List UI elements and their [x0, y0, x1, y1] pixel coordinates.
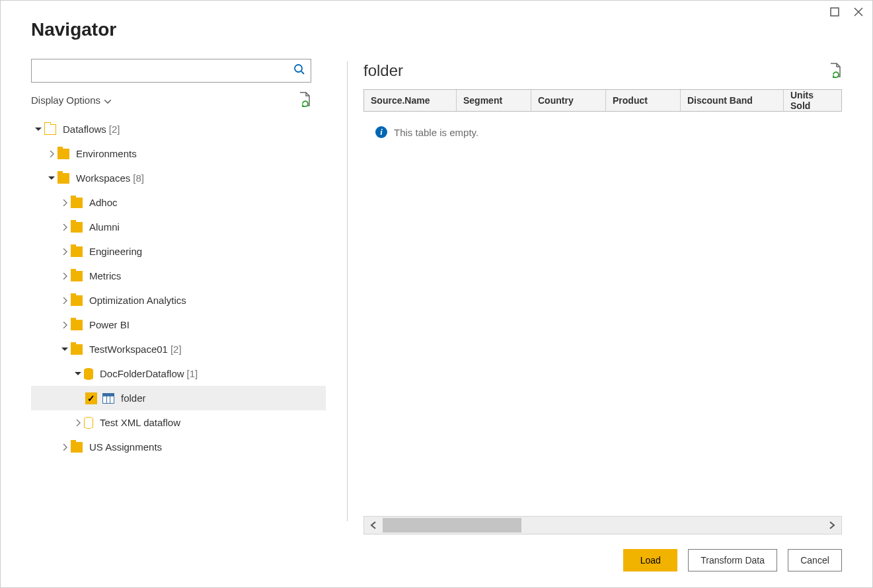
column-header[interactable]: Product: [606, 90, 681, 111]
tree-node-label: Adhoc: [89, 197, 118, 208]
scroll-track[interactable]: [383, 517, 823, 534]
tree-node-label: DocFolderDataflow: [100, 368, 184, 379]
folder-icon: [44, 124, 56, 135]
folder-icon: [57, 149, 69, 159]
expand-toggle-icon[interactable]: [72, 368, 84, 380]
pane-divider: [347, 61, 348, 521]
column-header[interactable]: Segment: [457, 90, 531, 111]
expand-toggle-icon[interactable]: [59, 344, 71, 355]
folder-icon: [71, 320, 83, 330]
expand-toggle-icon[interactable]: [59, 246, 71, 258]
expand-toggle-icon[interactable]: [46, 172, 57, 184]
cancel-button[interactable]: Cancel: [788, 549, 842, 571]
folder-icon: [71, 442, 83, 453]
tree-node-label: TestWorkspace01: [89, 344, 168, 355]
scroll-left-button[interactable]: [364, 517, 383, 534]
svg-line-4: [301, 71, 304, 74]
expand-toggle-icon[interactable]: [59, 221, 71, 233]
tree-node-label: Power BI: [89, 319, 130, 330]
tree-node-count: [2]: [171, 344, 182, 355]
tree-node-dataflows[interactable]: Dataflows [2]: [31, 117, 326, 141]
info-icon: i: [375, 126, 387, 138]
expand-toggle-icon[interactable]: [59, 270, 71, 282]
tree-node-count: [1]: [187, 368, 198, 379]
expand-toggle-icon[interactable]: [59, 295, 71, 307]
preview-title: folder: [363, 61, 403, 80]
tree-node-label: folder: [121, 392, 146, 404]
maximize-button[interactable]: [829, 6, 841, 18]
search-input[interactable]: [37, 65, 293, 77]
tree-node-power-bi[interactable]: Power BI: [31, 312, 326, 337]
dataflow-icon: [84, 417, 93, 429]
column-header[interactable]: Discount Band: [681, 90, 784, 111]
tree-node-label: Test XML dataflow: [100, 417, 180, 428]
tree-node-count: [8]: [133, 172, 144, 184]
folder-icon: [71, 222, 83, 233]
preview-grid-header: Source.Name Segment Country Product Disc…: [363, 89, 842, 112]
expand-toggle-icon[interactable]: [59, 319, 71, 331]
scroll-thumb[interactable]: [383, 518, 521, 533]
folder-icon: [71, 271, 83, 281]
tree-node-docfolderdataflow[interactable]: DocFolderDataflow [1]: [31, 361, 326, 386]
dialog-title: Navigator: [31, 19, 842, 40]
empty-table-text: This table is empty.: [394, 127, 478, 138]
tree-node-label: Engineering: [89, 246, 142, 257]
column-header[interactable]: Source.Name: [364, 90, 457, 111]
tree-node-folder[interactable]: folder: [31, 386, 326, 410]
tree-node-label: Metrics: [89, 270, 121, 281]
display-options-label: Display Options: [31, 94, 100, 106]
tree-node-label: Dataflows: [63, 124, 106, 135]
expand-toggle-icon[interactable]: [59, 197, 71, 209]
search-box[interactable]: [31, 59, 311, 83]
tree-node-label: Optimization Analytics: [89, 295, 186, 306]
folder-icon: [71, 246, 83, 257]
expand-toggle-icon[interactable]: [32, 124, 44, 135]
tree-node-engineering[interactable]: Engineering: [31, 239, 326, 264]
expand-toggle-icon[interactable]: [72, 417, 84, 429]
chevron-down-icon: [104, 94, 111, 106]
tree-node-label: Workspaces: [76, 172, 130, 184]
folder-icon: [57, 173, 69, 184]
column-header[interactable]: Units Sold: [784, 90, 841, 111]
transform-data-button[interactable]: Transform Data: [688, 549, 777, 571]
tree-node-count: [2]: [109, 124, 120, 135]
tree-node-optimization-analytics[interactable]: Optimization Analytics: [31, 288, 326, 312]
tree-node-label: Environments: [76, 148, 137, 159]
expand-toggle-icon[interactable]: [46, 148, 57, 160]
folder-icon: [71, 198, 83, 208]
expand-toggle-icon[interactable]: [59, 441, 71, 453]
close-button[interactable]: [853, 6, 864, 18]
display-options-dropdown[interactable]: Display Options: [31, 94, 111, 106]
tree-node-testworkspace01[interactable]: TestWorkspace01 [2]: [31, 337, 326, 361]
tree-node-label: Alumni: [89, 221, 120, 233]
svg-point-3: [295, 65, 302, 72]
load-button[interactable]: Load: [623, 549, 677, 571]
navigator-tree: Dataflows [2] Environments Workspaces [8…: [31, 117, 326, 534]
scroll-right-button[interactable]: [823, 517, 841, 534]
horizontal-scrollbar[interactable]: [363, 516, 842, 534]
column-header[interactable]: Country: [531, 90, 606, 111]
tree-node-us-assignments[interactable]: US Assignments: [31, 435, 326, 459]
tree-node-checkbox[interactable]: [85, 392, 97, 404]
svg-rect-0: [831, 8, 839, 16]
folder-icon: [71, 344, 83, 355]
search-icon[interactable]: [293, 63, 305, 78]
refresh-preview-icon[interactable]: [829, 63, 842, 79]
table-icon: [102, 393, 114, 404]
tree-node-label: US Assignments: [89, 441, 162, 453]
tree-node-alumni[interactable]: Alumni: [31, 215, 326, 239]
tree-node-workspaces[interactable]: Workspaces [8]: [31, 166, 326, 190]
tree-node-adhoc[interactable]: Adhoc: [31, 190, 326, 215]
tree-node-metrics[interactable]: Metrics: [31, 264, 326, 288]
folder-icon: [71, 295, 83, 306]
dataflow-icon: [84, 368, 93, 380]
add-file-icon[interactable]: [298, 92, 311, 108]
tree-node-environments[interactable]: Environments: [31, 141, 326, 166]
empty-table-message: i This table is empty.: [363, 112, 842, 153]
tree-node-test-xml-dataflow[interactable]: Test XML dataflow: [31, 410, 326, 435]
